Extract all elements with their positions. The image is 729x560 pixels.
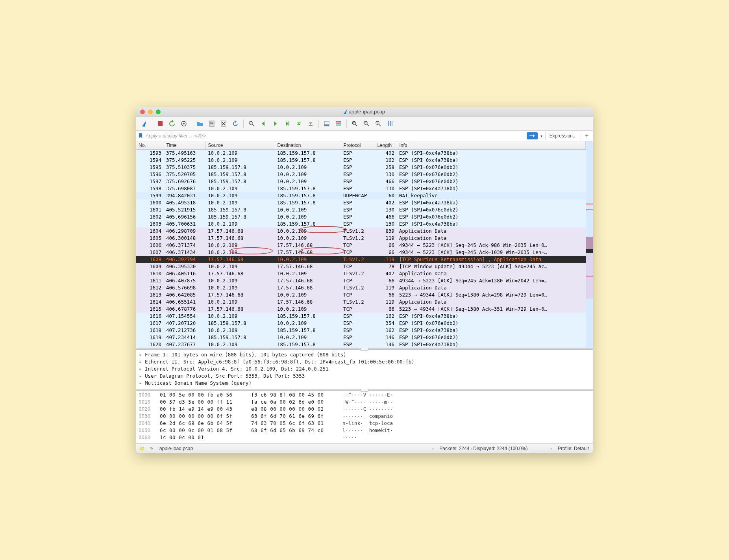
cell-len: 130 bbox=[375, 185, 397, 192]
expand-caret-icon[interactable]: ▸ bbox=[139, 365, 142, 373]
table-row[interactable]: 1617407.207120185.159.157.810.0.2.109ESP… bbox=[136, 320, 586, 327]
table-row[interactable]: 1595375.510375185.159.157.810.0.2.109ESP… bbox=[136, 164, 586, 171]
go-last-icon[interactable] bbox=[305, 119, 316, 129]
resize-columns-icon[interactable] bbox=[385, 119, 396, 129]
table-row[interactable]: 1607406.37143410.0.2.10917.57.146.68TCP6… bbox=[136, 249, 586, 256]
hex-row[interactable]: 00601c 00 0c 00 01····· bbox=[139, 434, 590, 441]
zoom-reset-icon[interactable]: 1 bbox=[373, 119, 384, 129]
table-row[interactable]: 1620407.23767710.0.2.109185.159.157.8ESP… bbox=[136, 341, 586, 348]
details-row[interactable]: ▸User Datagram Protocol, Src Port: 5353,… bbox=[139, 373, 590, 380]
go-forward-icon[interactable] bbox=[270, 119, 281, 129]
table-row[interactable]: 1604406.29870917.57.146.6810.0.2.109TLSv… bbox=[136, 228, 586, 235]
hex-offset: 0020 bbox=[139, 406, 155, 413]
auto-scroll-icon[interactable] bbox=[321, 119, 332, 129]
splitter-handle[interactable] bbox=[136, 389, 593, 391]
window-minimize-button[interactable] bbox=[148, 109, 153, 114]
expression-button[interactable]: Expression... bbox=[545, 132, 581, 140]
table-row[interactable]: 1613406.64208517.57.146.6810.0.2.109TCP6… bbox=[136, 291, 586, 299]
edit-capture-comment-icon[interactable]: ✎ bbox=[150, 446, 154, 452]
wireshark-logo-icon[interactable] bbox=[139, 119, 150, 129]
table-row[interactable]: 1619407.234414185.159.157.810.0.2.109ESP… bbox=[136, 334, 586, 341]
cell-proto: ESP bbox=[341, 334, 375, 341]
expand-caret-icon[interactable]: ▸ bbox=[139, 380, 142, 387]
details-row[interactable]: ▸Frame 1: 101 bytes on wire (808 bits), … bbox=[139, 351, 590, 358]
go-to-packet-icon[interactable] bbox=[281, 119, 292, 129]
filter-history-dropdown[interactable]: ▾ bbox=[539, 134, 544, 138]
table-row[interactable]: 1597375.692676185.159.157.810.0.2.109ESP… bbox=[136, 178, 586, 185]
col-header-no[interactable]: No. bbox=[136, 141, 164, 150]
details-row[interactable]: ▸Multicast Domain Name System (query) bbox=[139, 380, 590, 387]
packet-minimap[interactable] bbox=[586, 141, 593, 348]
table-row[interactable]: 1609406.39533010.0.2.10917.57.146.68TCP7… bbox=[136, 263, 586, 270]
hex-row[interactable]: 002000 fb 14 e9 14 e9 00 43e8 08 00 00 0… bbox=[139, 406, 590, 413]
restart-capture-icon[interactable] bbox=[167, 119, 178, 129]
hex-row[interactable]: 00506c 00 00 0c 00 01 08 5f68 6f 6d 65 6… bbox=[139, 427, 590, 434]
table-row[interactable]: 1600405.49531810.0.2.109185.159.157.8ESP… bbox=[136, 199, 586, 206]
zoom-out-icon[interactable] bbox=[361, 119, 372, 129]
details-row[interactable]: ▸Internet Protocol Version 4, Src: 10.0.… bbox=[139, 365, 590, 373]
col-header-len[interactable]: Length bbox=[375, 141, 397, 150]
splitter-handle[interactable] bbox=[136, 348, 593, 350]
zoom-in-icon[interactable] bbox=[349, 119, 360, 129]
window-zoom-button[interactable] bbox=[156, 109, 161, 114]
table-row[interactable]: 1614406.65514110.0.2.10917.57.146.68TLSv… bbox=[136, 299, 586, 306]
table-row[interactable]: 1612406.57669810.0.2.10917.57.146.68TLSv… bbox=[136, 284, 586, 291]
col-header-proto[interactable]: Protocol bbox=[341, 141, 375, 150]
capture-options-icon[interactable] bbox=[178, 119, 189, 129]
table-row[interactable]: 1599394.84203110.0.2.109185.159.157.8UDP… bbox=[136, 192, 586, 199]
table-row[interactable]: 1596375.520705185.159.157.810.0.2.109ESP… bbox=[136, 171, 586, 178]
cell-proto: TLSv1.2 bbox=[341, 270, 375, 277]
hex-ascii: l······_ homekit· bbox=[342, 427, 393, 434]
col-header-info[interactable]: Info bbox=[397, 141, 586, 150]
find-packet-icon[interactable] bbox=[246, 119, 257, 129]
table-row[interactable]: 1606406.37137410.0.2.10917.57.146.68TCP6… bbox=[136, 242, 586, 249]
colorize-icon[interactable] bbox=[333, 119, 344, 129]
reload-icon[interactable] bbox=[230, 119, 241, 129]
table-row[interactable]: 1616407.15455410.0.2.109185.159.157.8ESP… bbox=[136, 313, 586, 320]
open-file-icon[interactable] bbox=[194, 119, 205, 129]
hex-row[interactable]: 003000 00 00 00 00 00 0f 5f63 6f 6d 70 6… bbox=[139, 413, 590, 420]
apply-filter-button[interactable] bbox=[527, 132, 538, 139]
table-row[interactable]: 1605406.30014817.57.146.6810.0.2.109TLSv… bbox=[136, 235, 586, 242]
table-row[interactable]: 1608406.39279417.57.146.6810.0.2.109TLSv… bbox=[136, 256, 586, 263]
status-profile[interactable]: Profile: Default bbox=[558, 446, 589, 451]
expert-info-icon[interactable] bbox=[140, 447, 144, 451]
table-row[interactable]: 1610406.40511617.57.146.6810.0.2.109TLSv… bbox=[136, 270, 586, 277]
col-header-dst[interactable]: Destination bbox=[275, 141, 341, 150]
go-first-icon[interactable] bbox=[293, 119, 304, 129]
hex-row[interactable]: 000001 00 5e 00 00 fb a0 56f3 c6 98 8f 0… bbox=[139, 391, 590, 399]
go-back-icon[interactable] bbox=[258, 119, 269, 129]
table-row[interactable]: 1601405.521915185.159.157.810.0.2.109ESP… bbox=[136, 206, 586, 213]
hex-row[interactable]: 00406e 2d 6c 69 6e 6b 04 5f74 63 70 05 6… bbox=[139, 420, 590, 427]
expand-caret-icon[interactable]: ▸ bbox=[139, 373, 142, 380]
table-row[interactable]: 1594375.49522510.0.2.109185.159.157.8ESP… bbox=[136, 157, 586, 164]
cell-len: 466 bbox=[375, 178, 397, 185]
cell-src: 10.0.2.109 bbox=[205, 242, 275, 249]
display-filter-input[interactable] bbox=[145, 132, 525, 140]
window-close-button[interactable] bbox=[140, 109, 145, 114]
table-row[interactable]: 1611406.40787510.0.2.10917.57.146.68TCP6… bbox=[136, 277, 586, 284]
packet-table[interactable]: No. Time Source Destination Protocol Len… bbox=[136, 141, 586, 348]
save-file-icon[interactable] bbox=[206, 119, 217, 129]
table-row[interactable]: 1593375.49516310.0.2.109185.159.157.8ESP… bbox=[136, 150, 586, 157]
table-row[interactable]: 1603405.70063110.0.2.109185.159.157.8ESP… bbox=[136, 221, 586, 228]
close-file-icon[interactable] bbox=[218, 119, 229, 129]
add-filter-button[interactable]: + bbox=[583, 132, 591, 139]
details-row[interactable]: ▸Ethernet II, Src: Apple_c6:98:8f (a0:56… bbox=[139, 358, 590, 365]
col-header-time[interactable]: Time bbox=[164, 141, 205, 150]
table-row[interactable]: 1618407.21273610.0.2.109185.159.157.8ESP… bbox=[136, 327, 586, 334]
cell-no: 1593 bbox=[136, 150, 164, 157]
table-row[interactable]: 1615406.67877617.57.146.6810.0.2.109TCP6… bbox=[136, 306, 586, 313]
table-row[interactable]: 1598375.69808710.0.2.109185.159.157.8ESP… bbox=[136, 185, 586, 192]
cell-dst: 17.57.146.68 bbox=[275, 242, 341, 249]
packet-details-pane[interactable]: ▸Frame 1: 101 bytes on wire (808 bits), … bbox=[136, 350, 593, 389]
cell-src: 10.0.2.109 bbox=[205, 327, 275, 334]
table-row[interactable]: 1602405.696156185.159.157.810.0.2.109ESP… bbox=[136, 213, 586, 221]
packet-bytes-pane[interactable]: 000001 00 5e 00 00 fb a0 56f3 c6 98 8f 0… bbox=[136, 391, 593, 444]
stop-capture-icon[interactable] bbox=[155, 119, 166, 129]
expand-caret-icon[interactable]: ▸ bbox=[139, 358, 142, 365]
hex-row[interactable]: 001000 57 d3 5e 00 00 ff 11fa ce 0a 00 0… bbox=[139, 399, 590, 406]
expand-caret-icon[interactable]: ▸ bbox=[139, 351, 142, 358]
col-header-src[interactable]: Source bbox=[205, 141, 275, 150]
bookmark-icon[interactable] bbox=[138, 132, 143, 139]
